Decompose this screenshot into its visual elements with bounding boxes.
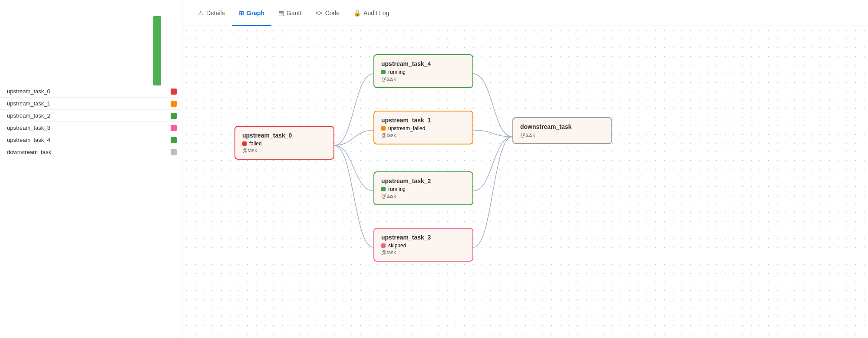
task-status-indicator bbox=[171, 137, 177, 143]
connector-upstream_task_3-downstream_task bbox=[473, 137, 512, 247]
task-status-indicator bbox=[171, 113, 177, 119]
node-status-row: failed bbox=[242, 141, 327, 147]
graph-node-upstream_task_0[interactable]: upstream_task_0failed@task bbox=[234, 126, 334, 160]
bar-dot bbox=[158, 82, 161, 85]
task-item-name: upstream_task_3 bbox=[7, 125, 171, 131]
task-status-indicator bbox=[171, 149, 177, 155]
tab-audit_log[interactable]: 🔒Audit Log bbox=[347, 0, 396, 26]
node-title: upstream_task_3 bbox=[381, 234, 465, 241]
node-status-row: running bbox=[381, 69, 465, 75]
tab-bar: ⚠Details⊞Graph▤Gantt<>Code🔒Audit Log bbox=[182, 0, 868, 26]
node-type: @task bbox=[381, 193, 465, 199]
node-title: upstream_task_4 bbox=[381, 60, 465, 67]
tab-label-gantt: Gantt bbox=[287, 10, 301, 16]
node-status-dot bbox=[381, 243, 386, 248]
node-status-dot bbox=[242, 141, 247, 146]
node-status-row: skipped bbox=[381, 243, 465, 249]
connector-upstream_task_0-upstream_task_2 bbox=[334, 145, 373, 191]
duration-bar bbox=[153, 16, 161, 85]
task-list-item[interactable]: upstream_task_2 bbox=[0, 110, 182, 122]
chart-area bbox=[0, 5, 182, 85]
node-title: upstream_task_1 bbox=[381, 117, 465, 124]
tab-label-graph: Graph bbox=[247, 10, 264, 16]
node-type: @task bbox=[381, 132, 465, 138]
bar-fill bbox=[153, 16, 161, 85]
node-status-text: upstream_failed bbox=[388, 125, 425, 131]
tab-label-details: Details bbox=[206, 10, 225, 16]
connector-lines bbox=[182, 26, 868, 338]
node-status-row: upstream_failed bbox=[381, 125, 465, 131]
node-type: @task bbox=[520, 132, 604, 138]
node-title: upstream_task_2 bbox=[381, 177, 465, 184]
task-status-indicator bbox=[171, 89, 177, 95]
graph-tab-icon: ⊞ bbox=[239, 10, 244, 16]
task-status-indicator bbox=[171, 101, 177, 107]
tab-gantt[interactable]: ▤Gantt bbox=[271, 0, 308, 26]
connector-upstream_task_0-upstream_task_3 bbox=[334, 145, 373, 247]
connector-upstream_task_0-upstream_task_4 bbox=[334, 74, 373, 145]
node-type: @task bbox=[242, 148, 327, 154]
graph-area[interactable]: upstream_task_0failed@taskupstream_task_… bbox=[182, 26, 868, 338]
task-item-name: upstream_task_1 bbox=[7, 100, 171, 107]
task-list: upstream_task_0upstream_task_1upstream_t… bbox=[0, 85, 182, 338]
tab-code[interactable]: <>Code bbox=[308, 0, 347, 26]
audit_log-tab-icon: 🔒 bbox=[353, 10, 361, 16]
task-list-item[interactable]: downstream_task bbox=[0, 146, 182, 158]
task-item-name: upstream_task_4 bbox=[7, 137, 171, 143]
details-tab-icon: ⚠ bbox=[198, 10, 204, 16]
node-status-dot bbox=[381, 126, 386, 131]
graph-node-upstream_task_3[interactable]: upstream_task_3skipped@task bbox=[373, 228, 473, 262]
code-tab-icon: <> bbox=[315, 10, 322, 16]
node-status-dot bbox=[381, 187, 386, 191]
node-type: @task bbox=[381, 249, 465, 256]
task-status-indicator bbox=[171, 125, 177, 131]
duration-header bbox=[0, 0, 182, 5]
graph-node-upstream_task_4[interactable]: upstream_task_4running@task bbox=[373, 54, 473, 88]
graph-node-downstream_task[interactable]: downstream_task@task bbox=[512, 117, 612, 144]
task-item-name: upstream_task_0 bbox=[7, 88, 171, 95]
task-list-item[interactable]: upstream_task_4 bbox=[0, 134, 182, 146]
connector-upstream_task_4-downstream_task bbox=[473, 74, 512, 137]
node-title: downstream_task bbox=[520, 123, 604, 130]
connector-upstream_task_1-downstream_task bbox=[473, 130, 512, 137]
node-status-text: running bbox=[388, 69, 406, 75]
node-status-row: running bbox=[381, 186, 465, 192]
left-panel: upstream_task_0upstream_task_1upstream_t… bbox=[0, 0, 182, 338]
connector-upstream_task_0-upstream_task_1 bbox=[334, 130, 373, 145]
node-status-dot bbox=[381, 70, 386, 74]
node-status-text: skipped bbox=[388, 243, 406, 249]
task-list-item[interactable]: upstream_task_1 bbox=[0, 98, 182, 110]
gantt-tab-icon: ▤ bbox=[278, 10, 284, 16]
graph-node-upstream_task_1[interactable]: upstream_task_1upstream_failed@task bbox=[373, 111, 473, 144]
tab-details[interactable]: ⚠Details bbox=[191, 0, 232, 26]
task-list-item[interactable]: upstream_task_0 bbox=[0, 85, 182, 98]
node-status-text: running bbox=[388, 186, 406, 192]
connector-upstream_task_2-downstream_task bbox=[473, 137, 512, 191]
task-item-name: upstream_task_2 bbox=[7, 112, 171, 119]
node-title: upstream_task_0 bbox=[242, 132, 327, 139]
node-type: @task bbox=[381, 76, 465, 82]
task-list-item[interactable]: upstream_task_3 bbox=[0, 122, 182, 134]
graph-node-upstream_task_2[interactable]: upstream_task_2running@task bbox=[373, 171, 473, 205]
tab-label-code: Code bbox=[325, 10, 340, 16]
tab-label-audit_log: Audit Log bbox=[363, 10, 389, 16]
right-panel: ⚠Details⊞Graph▤Gantt<>Code🔒Audit Log ups… bbox=[182, 0, 868, 338]
node-status-text: failed bbox=[249, 141, 262, 147]
tab-graph[interactable]: ⊞Graph bbox=[232, 0, 271, 26]
task-item-name: downstream_task bbox=[7, 149, 171, 155]
